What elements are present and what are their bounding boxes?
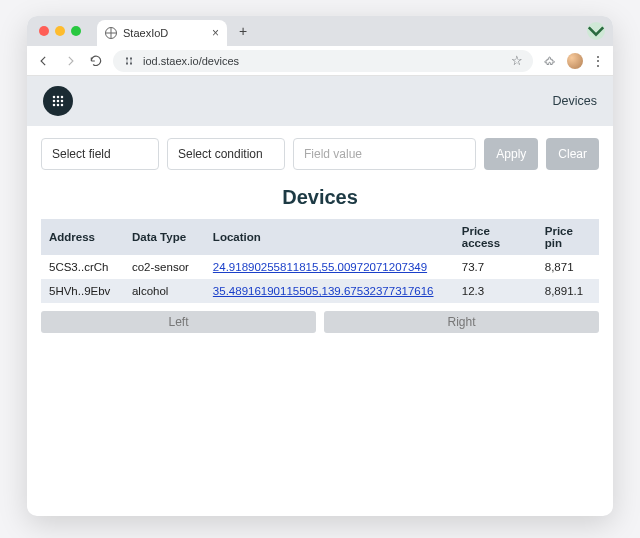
maximize-window-button[interactable] xyxy=(71,26,81,36)
cell-location-link[interactable]: 35.48916190115505,139.67532377317616 xyxy=(213,285,434,297)
url-text: iod.staex.io/devices xyxy=(143,55,239,67)
browser-window: StaexIoD × + iod.staex.io/devices ☆ xyxy=(27,16,613,516)
close-window-button[interactable] xyxy=(39,26,49,36)
back-button[interactable] xyxy=(35,52,53,70)
cell-price-access: 73.7 xyxy=(454,255,537,279)
site-settings-icon xyxy=(123,55,135,67)
bookmark-icon[interactable]: ☆ xyxy=(511,53,523,68)
svg-point-6 xyxy=(53,96,56,99)
svg-rect-1 xyxy=(130,57,132,59)
col-address: Address xyxy=(41,219,124,255)
chevron-down-icon xyxy=(587,22,605,40)
arrow-left-icon xyxy=(37,54,51,68)
svg-point-9 xyxy=(53,100,56,103)
minimize-window-button[interactable] xyxy=(55,26,65,36)
devices-table: Address Data Type Location Price access … xyxy=(41,219,599,303)
app-logo[interactable] xyxy=(43,86,73,116)
pager-right-button[interactable]: Right xyxy=(324,311,599,333)
field-value-input[interactable] xyxy=(293,138,476,170)
cell-address: 5CS3..crCh xyxy=(41,255,124,279)
expand-tabs-button[interactable] xyxy=(587,22,605,40)
address-bar-row: iod.staex.io/devices ☆ ⋮ xyxy=(27,46,613,76)
grid-dots-icon xyxy=(50,93,66,109)
reload-icon xyxy=(89,54,103,68)
browser-menu-button[interactable]: ⋮ xyxy=(591,53,605,69)
cell-address: 5HVh..9Ebv xyxy=(41,279,124,303)
browser-tab[interactable]: StaexIoD × xyxy=(97,20,227,46)
forward-button[interactable] xyxy=(61,52,79,70)
col-location: Location xyxy=(205,219,454,255)
table-row: 5CS3..crCh co2-sensor 24.91890255811815,… xyxy=(41,255,599,279)
app-header: Devices xyxy=(27,76,613,126)
svg-point-13 xyxy=(57,104,60,107)
svg-point-7 xyxy=(57,96,60,99)
clear-button[interactable]: Clear xyxy=(546,138,599,170)
svg-point-11 xyxy=(61,100,64,103)
window-controls xyxy=(35,26,91,36)
new-tab-button[interactable]: + xyxy=(233,23,253,39)
close-tab-icon[interactable]: × xyxy=(212,26,219,40)
col-data-type: Data Type xyxy=(124,219,205,255)
pager: Left Right xyxy=(27,303,613,341)
arrow-right-icon xyxy=(63,54,77,68)
cell-data-type: co2-sensor xyxy=(124,255,205,279)
filter-row: Select field Select condition Apply Clea… xyxy=(27,126,613,182)
reload-button[interactable] xyxy=(87,52,105,70)
svg-rect-3 xyxy=(130,62,132,64)
select-field[interactable]: Select field xyxy=(41,138,159,170)
page-title: Devices xyxy=(27,182,613,219)
tab-strip: StaexIoD × + xyxy=(27,16,613,46)
address-bar[interactable]: iod.staex.io/devices ☆ xyxy=(113,50,533,72)
puzzle-icon xyxy=(543,54,557,68)
svg-point-10 xyxy=(57,100,60,103)
apply-button[interactable]: Apply xyxy=(484,138,538,170)
svg-point-12 xyxy=(53,104,56,107)
svg-point-14 xyxy=(61,104,64,107)
cell-data-type: alcohol xyxy=(124,279,205,303)
extensions-button[interactable] xyxy=(541,52,559,70)
table-header-row: Address Data Type Location Price access … xyxy=(41,219,599,255)
select-condition[interactable]: Select condition xyxy=(167,138,285,170)
cell-price-pin: 8,871 xyxy=(537,255,599,279)
svg-point-8 xyxy=(61,96,64,99)
pager-left-button[interactable]: Left xyxy=(41,311,316,333)
svg-rect-0 xyxy=(126,57,128,59)
col-price-access: Price access xyxy=(454,219,537,255)
tab-title: StaexIoD xyxy=(123,27,168,39)
cell-location-link[interactable]: 24.91890255811815,55.00972071207349 xyxy=(213,261,427,273)
col-price-pin: Price pin xyxy=(537,219,599,255)
cell-price-pin: 8,891.1 xyxy=(537,279,599,303)
nav-link-devices[interactable]: Devices xyxy=(553,94,597,108)
svg-rect-2 xyxy=(126,62,128,64)
cell-price-access: 12.3 xyxy=(454,279,537,303)
globe-icon xyxy=(105,27,117,39)
profile-avatar[interactable] xyxy=(567,53,583,69)
browser-chrome: StaexIoD × + iod.staex.io/devices ☆ xyxy=(27,16,613,76)
table-row: 5HVh..9Ebv alcohol 35.48916190115505,139… xyxy=(41,279,599,303)
